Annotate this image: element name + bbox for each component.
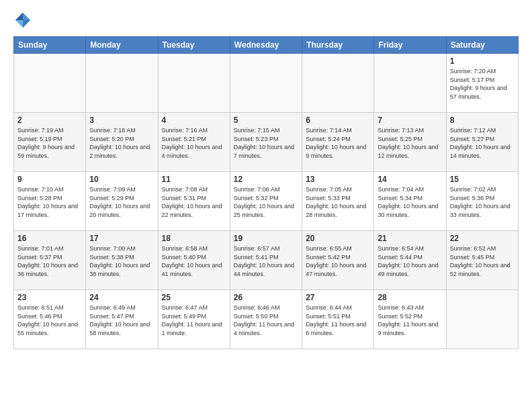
day-info: Sunrise: 7:14 AM Sunset: 5:24 PM Dayligh… bbox=[306, 126, 370, 160]
day-number: 5 bbox=[234, 116, 298, 125]
weekday-header-tuesday: Tuesday bbox=[158, 37, 230, 54]
day-number: 24 bbox=[89, 293, 154, 302]
day-info: Sunrise: 6:43 AM Sunset: 5:52 PM Dayligh… bbox=[378, 304, 442, 337]
day-info: Sunrise: 6:46 AM Sunset: 5:50 PM Dayligh… bbox=[234, 304, 298, 337]
calendar-cell: 2Sunrise: 7:19 AM Sunset: 5:19 PM Daylig… bbox=[14, 113, 86, 172]
logo bbox=[13, 11, 35, 30]
week-row-1: 1Sunrise: 7:20 AM Sunset: 5:17 PM Daylig… bbox=[14, 54, 519, 113]
day-info: Sunrise: 6:57 AM Sunset: 5:41 PM Dayligh… bbox=[234, 244, 298, 278]
svg-marker-2 bbox=[15, 20, 23, 28]
header bbox=[13, 11, 519, 30]
calendar-cell: 19Sunrise: 6:57 AM Sunset: 5:41 PM Dayli… bbox=[230, 231, 302, 290]
day-number: 15 bbox=[450, 175, 515, 184]
day-info: Sunrise: 7:05 AM Sunset: 5:33 PM Dayligh… bbox=[306, 185, 370, 219]
day-info: Sunrise: 7:04 AM Sunset: 5:34 PM Dayligh… bbox=[378, 185, 442, 219]
day-number: 14 bbox=[378, 175, 442, 184]
day-info: Sunrise: 7:02 AM Sunset: 5:36 PM Dayligh… bbox=[450, 185, 515, 219]
calendar-cell bbox=[374, 54, 446, 113]
day-info: Sunrise: 6:47 AM Sunset: 5:49 PM Dayligh… bbox=[162, 304, 226, 337]
week-row-5: 23Sunrise: 6:51 AM Sunset: 5:46 PM Dayli… bbox=[14, 290, 519, 349]
calendar-cell: 26Sunrise: 6:46 AM Sunset: 5:50 PM Dayli… bbox=[230, 290, 302, 349]
calendar-cell: 25Sunrise: 6:47 AM Sunset: 5:49 PM Dayli… bbox=[158, 290, 230, 349]
day-info: Sunrise: 7:06 AM Sunset: 5:32 PM Dayligh… bbox=[234, 185, 298, 219]
calendar-cell: 20Sunrise: 6:55 AM Sunset: 5:42 PM Dayli… bbox=[302, 231, 374, 290]
day-number: 18 bbox=[162, 234, 226, 243]
day-number: 22 bbox=[450, 234, 515, 243]
calendar-cell: 13Sunrise: 7:05 AM Sunset: 5:33 PM Dayli… bbox=[302, 172, 374, 231]
day-number: 17 bbox=[89, 234, 154, 243]
calendar-cell: 17Sunrise: 7:00 AM Sunset: 5:38 PM Dayli… bbox=[86, 231, 158, 290]
calendar-cell: 24Sunrise: 6:49 AM Sunset: 5:47 PM Dayli… bbox=[86, 290, 158, 349]
day-info: Sunrise: 6:58 AM Sunset: 5:40 PM Dayligh… bbox=[162, 244, 226, 278]
day-number: 6 bbox=[306, 116, 370, 125]
weekday-header-row: SundayMondayTuesdayWednesdayThursdayFrid… bbox=[14, 37, 519, 54]
day-number: 10 bbox=[89, 175, 154, 184]
calendar-cell: 11Sunrise: 7:08 AM Sunset: 5:31 PM Dayli… bbox=[158, 172, 230, 231]
day-info: Sunrise: 7:08 AM Sunset: 5:31 PM Dayligh… bbox=[162, 185, 226, 219]
calendar-cell: 16Sunrise: 7:01 AM Sunset: 5:37 PM Dayli… bbox=[14, 231, 86, 290]
calendar-cell bbox=[86, 54, 158, 113]
week-row-2: 2Sunrise: 7:19 AM Sunset: 5:19 PM Daylig… bbox=[14, 113, 519, 172]
calendar-cell: 9Sunrise: 7:10 AM Sunset: 5:28 PM Daylig… bbox=[14, 172, 86, 231]
calendar-cell: 22Sunrise: 6:52 AM Sunset: 5:45 PM Dayli… bbox=[446, 231, 518, 290]
weekday-header-wednesday: Wednesday bbox=[230, 37, 302, 54]
page-container: SundayMondayTuesdayWednesdayThursdayFrid… bbox=[0, 0, 532, 356]
calendar-cell bbox=[302, 54, 374, 113]
day-number: 25 bbox=[162, 293, 226, 302]
day-info: Sunrise: 7:18 AM Sunset: 5:20 PM Dayligh… bbox=[89, 126, 154, 160]
day-info: Sunrise: 7:01 AM Sunset: 5:37 PM Dayligh… bbox=[17, 244, 82, 278]
calendar-cell: 23Sunrise: 6:51 AM Sunset: 5:46 PM Dayli… bbox=[14, 290, 86, 349]
day-number: 4 bbox=[162, 116, 226, 125]
day-info: Sunrise: 7:19 AM Sunset: 5:19 PM Dayligh… bbox=[17, 126, 82, 160]
week-row-3: 9Sunrise: 7:10 AM Sunset: 5:28 PM Daylig… bbox=[14, 172, 519, 231]
day-info: Sunrise: 7:00 AM Sunset: 5:38 PM Dayligh… bbox=[89, 244, 154, 278]
calendar-cell bbox=[158, 54, 230, 113]
day-number: 3 bbox=[89, 116, 154, 125]
day-info: Sunrise: 7:15 AM Sunset: 5:23 PM Dayligh… bbox=[234, 126, 298, 160]
calendar-cell: 7Sunrise: 7:13 AM Sunset: 5:25 PM Daylig… bbox=[374, 113, 446, 172]
day-number: 13 bbox=[306, 175, 370, 184]
calendar-cell: 6Sunrise: 7:14 AM Sunset: 5:24 PM Daylig… bbox=[302, 113, 374, 172]
day-number: 27 bbox=[306, 293, 370, 302]
calendar-cell: 14Sunrise: 7:04 AM Sunset: 5:34 PM Dayli… bbox=[374, 172, 446, 231]
svg-marker-3 bbox=[23, 20, 30, 28]
day-number: 16 bbox=[17, 234, 82, 243]
calendar-cell bbox=[14, 54, 86, 113]
day-number: 26 bbox=[234, 293, 298, 302]
day-info: Sunrise: 6:51 AM Sunset: 5:46 PM Dayligh… bbox=[17, 304, 82, 337]
calendar-cell: 10Sunrise: 7:09 AM Sunset: 5:29 PM Dayli… bbox=[86, 172, 158, 231]
day-info: Sunrise: 7:20 AM Sunset: 5:17 PM Dayligh… bbox=[450, 67, 515, 101]
logo-icon bbox=[13, 11, 32, 30]
calendar-cell: 21Sunrise: 6:54 AM Sunset: 5:44 PM Dayli… bbox=[374, 231, 446, 290]
day-number: 19 bbox=[234, 234, 298, 243]
day-number: 11 bbox=[162, 175, 226, 184]
calendar-cell: 18Sunrise: 6:58 AM Sunset: 5:40 PM Dayli… bbox=[158, 231, 230, 290]
calendar: SundayMondayTuesdayWednesdayThursdayFrid… bbox=[13, 36, 519, 349]
calendar-cell: 27Sunrise: 6:44 AM Sunset: 5:51 PM Dayli… bbox=[302, 290, 374, 349]
weekday-header-monday: Monday bbox=[86, 37, 158, 54]
calendar-cell: 4Sunrise: 7:16 AM Sunset: 5:21 PM Daylig… bbox=[158, 113, 230, 172]
day-number: 9 bbox=[17, 175, 82, 184]
weekday-header-saturday: Saturday bbox=[446, 37, 518, 54]
day-number: 20 bbox=[306, 234, 370, 243]
calendar-cell: 1Sunrise: 7:20 AM Sunset: 5:17 PM Daylig… bbox=[446, 54, 518, 113]
day-number: 28 bbox=[378, 293, 442, 302]
calendar-cell: 28Sunrise: 6:43 AM Sunset: 5:52 PM Dayli… bbox=[374, 290, 446, 349]
calendar-cell: 8Sunrise: 7:12 AM Sunset: 5:27 PM Daylig… bbox=[446, 113, 518, 172]
weekday-header-sunday: Sunday bbox=[14, 37, 86, 54]
day-number: 12 bbox=[234, 175, 298, 184]
day-number: 23 bbox=[17, 293, 82, 302]
day-number: 7 bbox=[378, 116, 442, 125]
svg-marker-1 bbox=[15, 13, 23, 20]
day-info: Sunrise: 6:54 AM Sunset: 5:44 PM Dayligh… bbox=[378, 244, 442, 278]
calendar-cell: 3Sunrise: 7:18 AM Sunset: 5:20 PM Daylig… bbox=[86, 113, 158, 172]
day-info: Sunrise: 6:49 AM Sunset: 5:47 PM Dayligh… bbox=[89, 304, 154, 337]
day-number: 1 bbox=[450, 56, 515, 66]
week-row-4: 16Sunrise: 7:01 AM Sunset: 5:37 PM Dayli… bbox=[14, 231, 519, 290]
weekday-header-thursday: Thursday bbox=[302, 37, 374, 54]
calendar-cell: 15Sunrise: 7:02 AM Sunset: 5:36 PM Dayli… bbox=[446, 172, 518, 231]
day-info: Sunrise: 6:52 AM Sunset: 5:45 PM Dayligh… bbox=[450, 244, 515, 278]
day-info: Sunrise: 7:16 AM Sunset: 5:21 PM Dayligh… bbox=[162, 126, 226, 160]
calendar-cell: 12Sunrise: 7:06 AM Sunset: 5:32 PM Dayli… bbox=[230, 172, 302, 231]
day-info: Sunrise: 7:09 AM Sunset: 5:29 PM Dayligh… bbox=[89, 185, 154, 219]
